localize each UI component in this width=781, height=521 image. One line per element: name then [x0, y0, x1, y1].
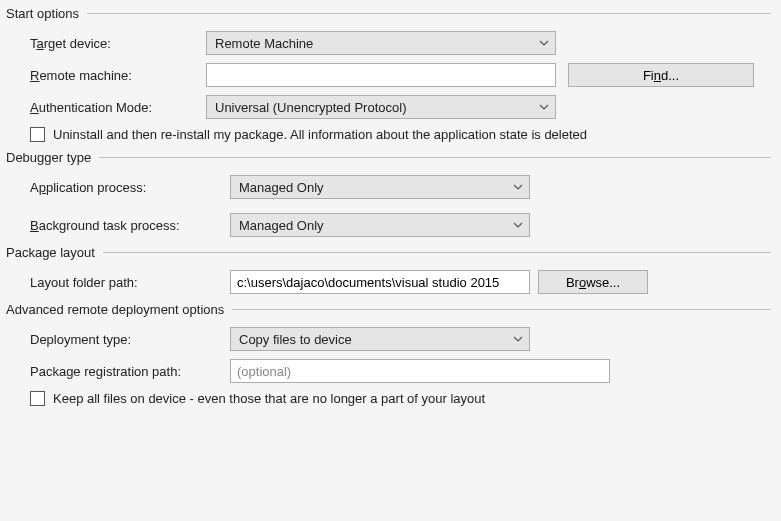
chevron-down-icon [513, 182, 523, 192]
layout-path-label: Layout folder path: [30, 275, 230, 290]
application-process-label: Application process: [30, 180, 230, 195]
auth-mode-label: Authentication Mode: [30, 100, 206, 115]
section-package-layout: Package layout Layout folder path: Brows… [6, 245, 771, 294]
target-device-select[interactable]: Remote Machine [206, 31, 556, 55]
uninstall-checkbox-label: Uninstall and then re-install my package… [53, 127, 587, 142]
target-device-label: Target device: [30, 36, 206, 51]
uninstall-checkbox[interactable] [30, 127, 45, 142]
auth-mode-select[interactable]: Universal (Unencrypted Protocol) [206, 95, 556, 119]
row-uninstall-checkbox: Uninstall and then re-install my package… [30, 127, 771, 142]
section-title: Advanced remote deployment options [6, 302, 232, 317]
registration-path-input[interactable] [230, 359, 610, 383]
background-process-value: Managed Only [239, 218, 324, 233]
section-divider [232, 309, 771, 310]
row-remote-machine: Remote machine: Find... [30, 63, 771, 87]
section-header: Package layout [6, 245, 771, 260]
remote-machine-label: Remote machine: [30, 68, 206, 83]
browse-button[interactable]: Browse... [538, 270, 648, 294]
chevron-down-icon [513, 334, 523, 344]
row-auth-mode: Authentication Mode: Universal (Unencryp… [30, 95, 771, 119]
section-advanced-deployment: Advanced remote deployment options Deplo… [6, 302, 771, 406]
layout-path-input[interactable] [230, 270, 530, 294]
row-layout-path: Layout folder path: Browse... [30, 270, 771, 294]
keep-files-label: Keep all files on device - even those th… [53, 391, 485, 406]
remote-machine-input[interactable] [206, 63, 556, 87]
section-divider [103, 252, 771, 253]
registration-path-label: Package registration path: [30, 364, 230, 379]
row-keep-files-checkbox: Keep all files on device - even those th… [30, 391, 771, 406]
keep-files-checkbox[interactable] [30, 391, 45, 406]
section-title: Debugger type [6, 150, 99, 165]
row-target-device: Target device: Remote Machine [30, 31, 771, 55]
deployment-type-value: Copy files to device [239, 332, 352, 347]
section-header: Debugger type [6, 150, 771, 165]
section-title: Package layout [6, 245, 103, 260]
chevron-down-icon [539, 38, 549, 48]
application-process-value: Managed Only [239, 180, 324, 195]
auth-mode-value: Universal (Unencrypted Protocol) [215, 100, 406, 115]
section-divider [87, 13, 771, 14]
target-device-value: Remote Machine [215, 36, 313, 51]
section-title: Start options [6, 6, 87, 21]
section-header: Advanced remote deployment options [6, 302, 771, 317]
section-header: Start options [6, 6, 771, 21]
background-process-select[interactable]: Managed Only [230, 213, 530, 237]
row-deployment-type: Deployment type: Copy files to device [30, 327, 771, 351]
row-background-process: Background task process: Managed Only [30, 213, 771, 237]
section-divider [99, 157, 771, 158]
find-button[interactable]: Find... [568, 63, 754, 87]
section-debugger-type: Debugger type Application process: Manag… [6, 150, 771, 237]
deployment-type-select[interactable]: Copy files to device [230, 327, 530, 351]
section-start-options: Start options Target device: Remote Mach… [6, 6, 771, 142]
row-registration-path: Package registration path: [30, 359, 771, 383]
background-process-label: Background task process: [30, 218, 230, 233]
row-application-process: Application process: Managed Only [30, 175, 771, 199]
chevron-down-icon [513, 220, 523, 230]
chevron-down-icon [539, 102, 549, 112]
application-process-select[interactable]: Managed Only [230, 175, 530, 199]
deployment-type-label: Deployment type: [30, 332, 230, 347]
